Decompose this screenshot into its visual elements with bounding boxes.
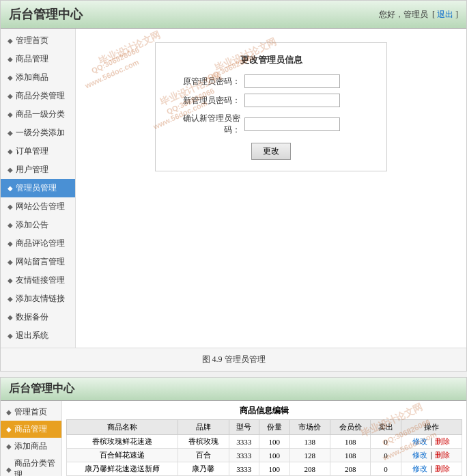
table-cell: 康乃馨鲜花速递送新师	[67, 462, 178, 476]
top-sidebar-item[interactable]: ◆网站公告管理	[1, 197, 75, 216]
table-cell: 138	[289, 435, 330, 449]
form-title: 更改管理员信息	[169, 54, 373, 66]
top-sidebar-item[interactable]: ◆订单管理	[1, 142, 75, 160]
top-sidebar-item[interactable]: ◆管理员管理	[1, 179, 75, 197]
table-cell: 3333	[229, 462, 259, 476]
sidebar-item-label: 退出系统	[16, 330, 48, 341]
top-sidebar-item[interactable]: ◆添加商品	[1, 68, 75, 87]
table-action-cell: 修改｜删除	[401, 435, 462, 449]
wm2: QQ:306826066	[90, 46, 141, 75]
bullet-icon: ◆	[6, 425, 12, 433]
sidebar-item-label: 订单管理	[16, 145, 48, 157]
greeting-text: 您好，管理员	[379, 10, 428, 19]
top-sidebar-item[interactable]: ◆商品评论管理	[1, 234, 75, 253]
table-cell: 百合	[178, 449, 229, 462]
top-content-area: 毕业设计论文网 QQ:306826066 www.56doc.com 毕业设计论…	[76, 29, 466, 348]
top-header-title: 后台管理中心	[9, 6, 83, 23]
table-cell: 128	[289, 449, 330, 462]
delete-link[interactable]: 删除	[435, 451, 450, 459]
bullet-icon: ◆	[8, 258, 13, 266]
bullet-icon: ◆	[8, 37, 13, 44]
table-cell: 208	[330, 462, 370, 476]
sidebar-item-label: 管理员管理	[16, 182, 57, 194]
bottom-layout: ◆管理首页◆商品管理◆添加商品◆商品分类管理◆商品分类添加◆订单管理◆用户管理◆…	[1, 401, 466, 476]
top-sidebar-item[interactable]: ◆数据备份	[1, 308, 75, 326]
top-header-right: 您好，管理员 [ 退出 ]	[379, 9, 458, 20]
table-cell: 108	[330, 435, 370, 449]
table-cell: 3333	[229, 435, 259, 449]
top-sidebar-item[interactable]: ◆退出系统	[1, 326, 75, 345]
bottom-sidebar-item[interactable]: ◆添加商品	[1, 438, 61, 455]
bottom-sidebar-item[interactable]: ◆管理首页	[1, 404, 61, 421]
sidebar-item-label: 商品评论管理	[16, 238, 65, 249]
bullet-icon: ◆	[8, 203, 13, 210]
input-old-pw[interactable]	[244, 74, 340, 88]
bullet-icon: ◆	[8, 184, 13, 192]
bottom-main: 商品信息编辑 商品名称 品牌 型号 份量 市场价 会员价 卖出 操	[62, 401, 466, 476]
top-fig-caption: 图 4.9 管理员管理	[1, 348, 466, 371]
table-action-cell: 修改｜删除	[401, 449, 462, 462]
sidebar-item-label: 一级分类添加	[16, 127, 65, 139]
edit-link[interactable]: 修改	[412, 451, 427, 459]
col-qty: 份量	[259, 420, 290, 435]
table-cell: 0	[371, 449, 401, 462]
top-sidebar-item[interactable]: ◆一级分类添加	[1, 124, 75, 142]
col-member: 会员价	[330, 420, 370, 435]
table-action-cell: 修改｜删除	[401, 462, 462, 476]
table-row: 康乃馨鲜花速递送新师康乃馨33331002082080修改｜删除	[67, 462, 462, 476]
top-sidebar: ◆管理首页◆商品管理◆添加商品◆商品分类管理◆商品一级分类◆一级分类添加◆订单管…	[1, 29, 76, 348]
form-row-new-pw: 新管理员密码：	[169, 94, 373, 107]
top-sidebar-item[interactable]: ◆商品分类管理	[1, 87, 75, 105]
bottom-sidebar: ◆管理首页◆商品管理◆添加商品◆商品分类管理◆商品分类添加◆订单管理◆用户管理◆…	[1, 401, 62, 476]
table-cell: 100	[259, 462, 290, 476]
col-brand: 品牌	[178, 420, 229, 435]
top-sidebar-item[interactable]: ◆友情链接管理	[1, 271, 75, 290]
sidebar-item-label: 网站公告管理	[16, 201, 65, 212]
page-wrapper: 后台管理中心 您好，管理员 [ 退出 ] ◆管理首页◆商品管理◆添加商品◆商品分…	[0, 0, 467, 476]
sidebar-item-label: 管理首页	[14, 406, 47, 418]
sidebar-item-label: 添加商品	[14, 440, 47, 452]
sidebar-item-label: 数据备份	[16, 311, 48, 323]
top-sidebar-item[interactable]: ◆管理首页	[1, 31, 75, 50]
input-confirm-pw[interactable]	[244, 117, 340, 131]
input-new-pw[interactable]	[244, 94, 340, 107]
col-name: 商品名称	[67, 420, 178, 435]
bottom-sidebar-item[interactable]: ◆商品分类管理	[1, 455, 61, 476]
sidebar-item-label: 添加公告	[16, 219, 48, 231]
top-sidebar-item[interactable]: ◆商品管理	[1, 50, 75, 68]
bullet-icon: ◆	[8, 55, 13, 63]
bullet-icon: ◆	[8, 295, 13, 303]
top-sidebar-item[interactable]: ◆商品一级分类	[1, 105, 75, 124]
table-cell: 香槟玫瑰	[178, 435, 229, 449]
wm1: 毕业设计论文网	[97, 29, 162, 68]
bullet-icon: ◆	[8, 277, 13, 284]
edit-link[interactable]: 修改	[412, 464, 427, 473]
table-cell: 0	[371, 462, 401, 476]
delete-link[interactable]: 删除	[435, 464, 450, 473]
col-model: 型号	[229, 420, 259, 435]
sidebar-item-label: 商品管理	[14, 423, 47, 435]
top-section: 后台管理中心 您好，管理员 [ 退出 ] ◆管理首页◆商品管理◆添加商品◆商品分…	[0, 0, 467, 372]
bullet-icon: ◆	[8, 332, 13, 339]
bullet-icon: ◆	[8, 92, 13, 100]
bullet-icon: ◆	[8, 129, 13, 137]
submit-button[interactable]: 更改	[251, 143, 291, 160]
delete-link[interactable]: 删除	[435, 437, 450, 445]
bottom-sidebar-item[interactable]: ◆商品管理	[1, 421, 61, 438]
label-new-pw: 新管理员密码：	[169, 95, 244, 107]
col-action: 操作	[401, 420, 462, 435]
bullet-icon: ◆	[8, 148, 13, 155]
col-sold: 卖出	[371, 420, 401, 435]
sidebar-item-label: 商品一级分类	[16, 109, 65, 120]
sidebar-item-label: 管理首页	[16, 35, 48, 46]
table-cell: 百合鲜花速递	[67, 449, 178, 462]
edit-link[interactable]: 修改	[412, 437, 427, 445]
logout-link[interactable]: 退出	[437, 10, 453, 19]
top-sidebar-item[interactable]: ◆用户管理	[1, 160, 75, 179]
form-btn-row: 更改	[169, 143, 373, 160]
top-sidebar-item[interactable]: ◆网站留言管理	[1, 253, 75, 271]
label-confirm-pw: 确认新管理员密码：	[169, 113, 244, 136]
top-sidebar-item[interactable]: ◆添加友情链接	[1, 290, 75, 308]
sidebar-item-label: 网站留言管理	[16, 256, 65, 268]
top-sidebar-item[interactable]: ◆添加公告	[1, 216, 75, 234]
